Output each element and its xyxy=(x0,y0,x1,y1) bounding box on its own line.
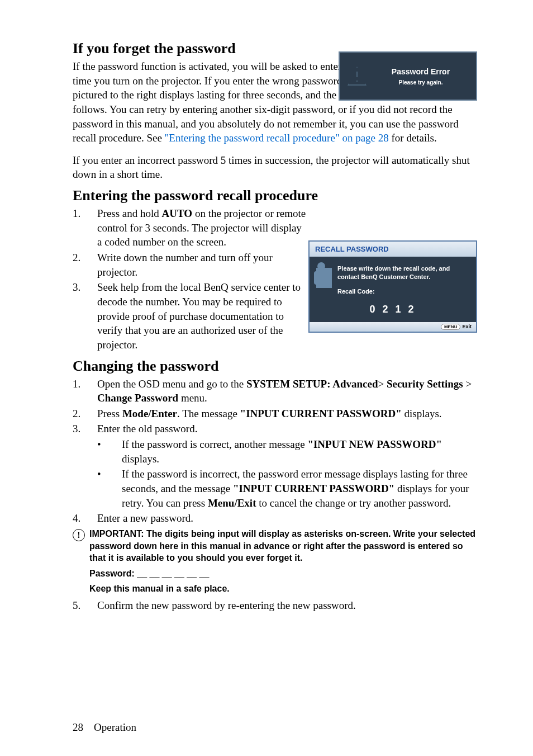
person-icon xyxy=(316,268,332,288)
change-sub-1: •If the password is correct, another mes… xyxy=(97,437,477,466)
recall-step-3: 3.Seek help from the local BenQ service … xyxy=(73,280,307,352)
recall-step-1: 1.Press and hold AUTO on the projector o… xyxy=(73,206,307,249)
change-step-3: 3.Enter the old password. xyxy=(73,422,477,436)
recall-header: RECALL PASSWORD xyxy=(310,242,476,257)
recall-password-dialog: RECALL PASSWORD Please write down the re… xyxy=(308,240,477,333)
important-note-1: IMPORTANT: The digits being input will d… xyxy=(89,528,477,564)
para-forget-2: If you enter an incorrect password 5 tim… xyxy=(73,153,477,182)
section-label: Operation xyxy=(94,721,136,733)
keep-manual-note: Keep this manual in a safe place. xyxy=(89,583,477,595)
change-step-4: 4.Enter a new password. xyxy=(73,511,477,526)
recall-step-2: 2.Write down the number and turn off you… xyxy=(73,251,307,279)
password-blank-line: Password: __ __ __ __ __ __ xyxy=(89,568,477,580)
recall-msg-1: Please write down the recall code, and c… xyxy=(337,264,469,282)
change-step-1: 1.Open the OSD menu and go to the SYSTEM… xyxy=(73,377,477,405)
recall-msg-2: Recall Code: xyxy=(337,287,469,296)
change-step-5: 5.Confirm the new password by re-enterin… xyxy=(73,598,477,613)
link-recall-procedure[interactable]: "Entering the password recall procedure"… xyxy=(165,132,389,144)
page-footer: 28 Operation xyxy=(73,721,136,734)
recall-code-value: 0 2 1 2 xyxy=(310,299,476,322)
error-subtitle: Please try again. xyxy=(373,79,468,86)
change-sub-2: •If the password is incorrect, the passw… xyxy=(97,467,477,510)
change-step-2: 2.Press Mode/Enter. The message "INPUT C… xyxy=(73,407,477,421)
page-number: 28 xyxy=(73,721,83,733)
warning-triangle-icon xyxy=(348,67,367,86)
heading-recall-procedure: Entering the password recall procedure xyxy=(73,187,477,204)
menu-button-label: MENU xyxy=(441,324,461,330)
error-title: Password Error xyxy=(373,67,468,76)
important-icon xyxy=(73,529,85,541)
password-error-dialog: Password Error Please try again. xyxy=(339,51,477,101)
heading-changing-password: Changing the password xyxy=(73,358,477,375)
recall-footer: MENUExit xyxy=(310,322,476,332)
exit-label: Exit xyxy=(462,324,472,329)
